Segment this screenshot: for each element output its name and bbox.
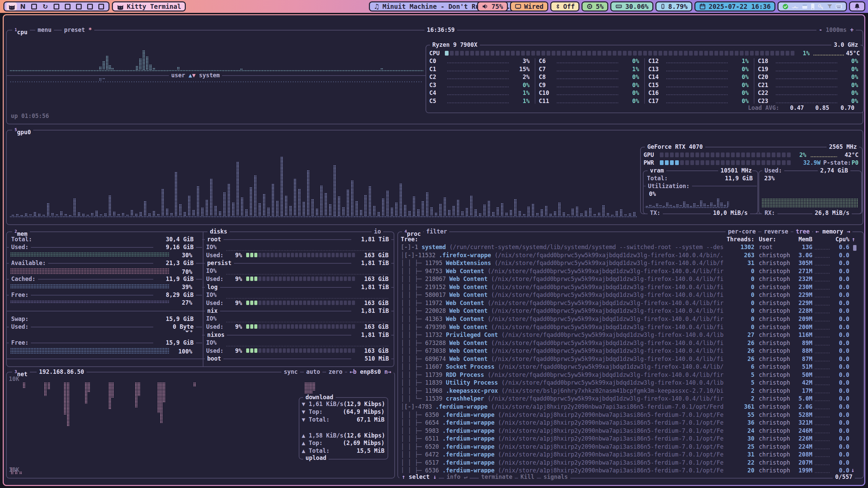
process-mem-graph [814,464,830,466]
core-label-C17: C17 [648,97,659,105]
proc-terminate-button[interactable]: terminate [479,473,515,481]
process-row[interactable]: │ │ └─ 11539 crashhelper (/nix/store/fqa… [401,394,724,403]
bar-module-disk[interactable]: 8.79% [655,1,692,12]
workspace-6-square-icon[interactable] [62,2,73,11]
process-user: christoph [759,443,790,451]
process-row[interactable]: │ │ ├─ 11839 Utility Process (/nix/store… [401,379,724,387]
panel-disks-title: disks [208,228,230,235]
mustache-icon[interactable] [791,4,799,9]
cpu-menu-button[interactable]: menu [35,26,54,34]
bar-module-cpu[interactable]: 5% [581,1,608,12]
graph-column [693,203,695,207]
process-row[interactable]: │ │ ├─ 11732 Privileged Cont (/nix/store… [401,331,724,339]
process-row[interactable]: │ │ ├─ 6511 .ferdium-wrappe (/nix/store/… [401,434,724,443]
proc-header-cpu: Cpu% [830,235,849,243]
workspace-2-n-icon[interactable]: N [18,2,28,11]
bar-module-network[interactable]: Wired [510,1,548,12]
process-mem: 305M [790,259,812,267]
bar-module-volume[interactable]: 75% [477,1,508,12]
process-row[interactable]: │ │ ├─ 220028 Web Content (/nix/store/fq… [401,307,724,315]
net-ip-address: 192.168.86.50 [37,368,86,375]
proc-signals-button[interactable]: signals [541,473,570,481]
process-row[interactable]: │ │ ├─ 5983 .ferdium-wrappe (/nix/store/… [401,427,724,435]
process-row[interactable]: │ │ ├─ 11607 Socket Process (/nix/store/… [401,363,724,371]
keyboard-icon[interactable] [835,4,842,9]
proc-reverse-button[interactable]: reverse [762,228,791,235]
graph-column [466,208,468,216]
process-mem: 246M [790,427,812,435]
bar-module-memory[interactable]: 30.06% [610,1,653,12]
workspace-1-cat-icon[interactable] [6,2,17,11]
disks-io-label[interactable]: io [372,228,383,235]
process-row[interactable]: │ │ ├─ 6350 .ferdium-wrappe (/nix/store/… [401,411,724,419]
cpu-interval-control[interactable]: - 1000ms + [816,26,856,34]
net-sync-button[interactable]: sync [281,368,300,375]
key-icon[interactable] [817,3,824,10]
workspace-4-refresh-icon[interactable]: ↻ [40,2,51,11]
net-zero-button[interactable]: zero [326,368,345,375]
funnel-icon[interactable] [827,3,833,9]
process-row[interactable]: │ │ ├─ 11968 .keepassxc-prox (/nix/store… [401,387,724,395]
process-row[interactable]: │ │ ├─ 11795 WebExtensions (/nix/store/f… [401,259,724,267]
graph-column [514,199,516,216]
graph-column [461,211,463,216]
bar-module-bluetooth[interactable]: Off [550,1,579,12]
process-row[interactable]: │ │ ├─ 580017 Web Content (/nix/store/fq… [401,291,724,299]
graph-column [102,78,105,80]
process-row[interactable]: │[-]-4783 .ferdium-wrappe (/nix/store/a1… [401,403,724,411]
process-row[interactable]: [-]-1 systemd (/run/current-system/syste… [401,243,724,251]
process-row[interactable]: │ │ ├─ 673038 Web Content (/nix/store/fq… [401,347,724,355]
net-interface-switcher[interactable]: ←b enp8s0 n→ [347,368,394,375]
phone2-icon[interactable] [811,3,815,10]
workspace-3-square-icon[interactable] [29,2,39,11]
core-graph-C2 [447,78,509,80]
graph-column [727,201,729,207]
proc-filter-button[interactable]: filter [424,228,449,235]
proc-select-control[interactable]: ↑ select ↓ [399,473,439,481]
proc-scrollbar-thumb[interactable] [853,245,856,251]
proc-header-user[interactable]: User: [759,235,776,243]
process-row[interactable]: │ │ ├─ 479390 Web Content (/nix/store/fq… [401,323,724,331]
workspace-8-square-icon[interactable] [85,2,95,11]
disk-used-label: Used: [206,299,223,307]
workspaces[interactable]: N↻ [3,1,110,12]
process-row[interactable]: │ │ ├─ 11739 RDD Process (/nix/store/fqa… [401,371,724,379]
process-mem-graph [814,448,830,450]
process-mem: 229M [790,299,812,307]
system-tray[interactable] [777,1,847,12]
graph-column [567,214,569,216]
graph-column [536,213,538,216]
proc-sort-selector[interactable]: ← memory → [813,228,852,235]
process-row[interactable]: │ │ ├─ 94753 Web Content (/nix/store/fqa… [401,267,724,275]
process-row[interactable]: │ │ ├─ 11972 Web Content (/nix/store/fqa… [401,299,724,307]
workspace-5-square-icon[interactable] [51,2,62,11]
process-row[interactable]: │ │ ├─ 6654 .ferdium-wrappe (/nix/store/… [401,419,724,427]
net-auto-button[interactable]: auto [304,368,322,375]
process-row[interactable]: │ │ ├─ 6472 .ferdium-wrappe (/nix/store/… [401,450,724,459]
workspace-7-square-icon[interactable] [74,2,84,11]
check-icon[interactable] [782,3,789,10]
process-row[interactable]: │ │ ├─ 6520 .ferdium-wrappe (/nix/store/… [401,443,724,451]
process-row[interactable]: │[-]-11532 .firefox-wrappe (/nix/store/f… [401,251,724,259]
process-row[interactable]: │ │ ├─ 219152 Web Content (/nix/store/fq… [401,283,724,291]
mem-value: 0 Byte [153,323,196,330]
workspace-9-square-icon[interactable] [96,2,106,11]
bar-module-clock[interactable]: 2025-07-22 16:36 [694,1,775,12]
proc-percore-button[interactable]: per-core [726,228,758,235]
process-row[interactable]: │ │ ├─ 689674 Web Content (/nix/store/fq… [401,355,724,363]
process-user: christoph [759,347,790,355]
process-row[interactable]: │ │ ├─ 6517 .ferdium-wrappe (/nix/store/… [401,459,724,467]
window-icon[interactable] [802,3,808,10]
proc-info-button[interactable]: info ↵ [444,473,470,481]
process-row[interactable]: │ │ ├─ 41363 Web Content (/nix/store/fqa… [401,315,724,323]
proc-kill-button[interactable]: Kill [518,473,537,481]
graph-column [42,215,45,216]
process-row[interactable]: │ │ ├─ 673288 Web Content (/nix/store/fq… [401,339,724,347]
bar-module-label: 75% [491,3,503,10]
process-mem: 321M [790,419,812,427]
process-row[interactable]: │ │ ├─ 218067 Web Content (/nix/store/fq… [401,275,724,283]
disk-used-value: 163 GiB [361,299,389,307]
proc-tree-button[interactable]: tree [793,228,812,235]
notifications-bell[interactable] [849,1,865,12]
cpu-preset-button[interactable]: preset * [62,26,94,34]
